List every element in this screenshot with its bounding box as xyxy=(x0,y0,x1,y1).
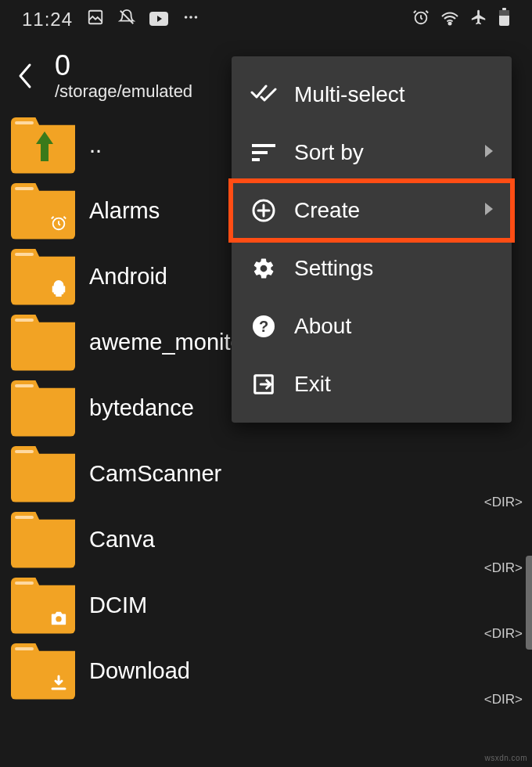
clock-icon xyxy=(50,214,67,232)
svg-text:?: ? xyxy=(259,318,268,335)
chevron-right-icon xyxy=(485,145,493,160)
file-label: DCIM xyxy=(89,592,523,618)
notifications-off-icon xyxy=(118,9,135,31)
list-item[interactable]: DCIM <DIR> xyxy=(0,573,532,639)
about-icon: ? xyxy=(250,313,277,340)
list-item[interactable]: Download <DIR> xyxy=(0,639,532,704)
folder-icon xyxy=(11,446,75,502)
svg-point-2 xyxy=(185,16,188,19)
alarm-icon xyxy=(412,9,430,31)
folder-icon xyxy=(11,578,75,634)
svg-point-4 xyxy=(195,16,198,19)
status-bar: 11:24 xyxy=(0,0,532,39)
menu-label: Sort by xyxy=(294,140,468,165)
status-right xyxy=(412,8,510,31)
menu-label: Create xyxy=(294,198,468,223)
menu-label: About xyxy=(294,314,493,339)
list-item[interactable]: Canva <DIR> xyxy=(0,507,532,573)
svg-rect-14 xyxy=(252,158,260,161)
menu-about[interactable]: ? About xyxy=(232,297,512,355)
file-label: CamScanner xyxy=(89,461,523,487)
watermark: wsxdn.com xyxy=(484,754,527,762)
airplane-icon xyxy=(470,9,487,31)
status-time: 11:24 xyxy=(22,9,73,31)
menu-multiselect[interactable]: Multi-select xyxy=(232,66,512,124)
svg-point-6 xyxy=(449,23,451,25)
wifi-icon xyxy=(440,9,459,31)
exit-icon xyxy=(250,371,277,398)
download-icon xyxy=(50,675,67,692)
folder-icon xyxy=(11,512,75,568)
svg-point-11 xyxy=(56,616,61,621)
menu-settings[interactable]: Settings xyxy=(232,239,512,297)
svg-point-3 xyxy=(189,16,192,19)
menu-label: Multi-select xyxy=(294,82,493,107)
dir-tag: <DIR> xyxy=(484,692,523,708)
file-label: Canva xyxy=(89,527,523,553)
gear-icon xyxy=(250,255,277,282)
scrollbar-thumb[interactable] xyxy=(526,556,532,650)
menu-label: Settings xyxy=(294,256,493,281)
menu-label: Exit xyxy=(294,372,493,397)
back-button[interactable] xyxy=(14,60,38,92)
chevron-right-icon xyxy=(485,203,493,218)
svg-rect-9 xyxy=(499,10,509,16)
menu-create[interactable]: Create xyxy=(232,182,512,239)
camera-icon xyxy=(50,610,67,626)
chevron-left-icon xyxy=(17,62,34,90)
popup-menu: Multi-select Sort by Create Settings ? A… xyxy=(232,56,512,423)
folder-icon xyxy=(11,380,75,437)
picture-icon xyxy=(87,9,104,31)
youtube-icon xyxy=(149,9,168,31)
sort-icon xyxy=(250,139,277,166)
folder-icon xyxy=(11,249,75,305)
svg-rect-12 xyxy=(252,144,275,147)
battery-icon xyxy=(498,8,510,31)
folder-icon xyxy=(11,643,75,700)
file-label: Download xyxy=(89,658,523,684)
android-icon xyxy=(50,280,67,297)
svg-rect-8 xyxy=(502,8,506,10)
folder-up-icon xyxy=(11,117,75,174)
svg-rect-13 xyxy=(252,151,268,154)
menu-exit[interactable]: Exit xyxy=(232,355,512,413)
more-horiz-icon xyxy=(182,9,200,31)
menu-sortby[interactable]: Sort by xyxy=(232,124,512,182)
status-left: 11:24 xyxy=(22,9,200,31)
create-icon xyxy=(250,197,277,224)
multiselect-icon xyxy=(250,81,277,108)
folder-icon xyxy=(11,315,75,371)
folder-icon xyxy=(11,183,75,239)
list-item[interactable]: CamScanner <DIR> xyxy=(0,441,532,507)
